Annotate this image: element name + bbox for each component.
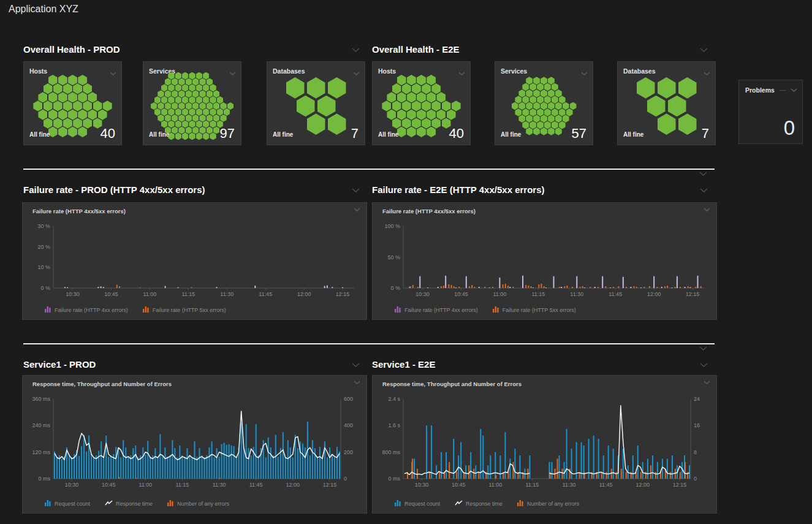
health-hexagon — [526, 115, 533, 123]
health-hexagon — [33, 101, 42, 111]
health-hexagon — [196, 108, 203, 116]
health-hexagon — [512, 102, 518, 110]
collapse-chevron-icon[interactable] — [699, 172, 707, 177]
svg-text:0 ms: 0 ms — [38, 476, 50, 482]
health-hexagon — [182, 84, 189, 91]
health-hexagon — [53, 83, 63, 94]
health-hexagon — [522, 121, 529, 129]
chart-tile-service1-prod[interactable]: Response time, Throughput and Number of … — [22, 375, 367, 514]
legend-item[interactable]: Response time — [105, 500, 153, 507]
health-hexagon — [427, 75, 436, 85]
health-tile-hosts-prod[interactable]: Hosts All fine 40 — [23, 61, 122, 145]
health-hexagon — [559, 121, 566, 129]
legend-label: Failure rate (HTTP 5xx errors) — [503, 307, 576, 313]
chevron-down-icon[interactable] — [352, 48, 360, 53]
health-hexagon — [559, 108, 566, 116]
health-hexagon — [522, 83, 529, 91]
section-title-service1-e2e: Service1 - E2E — [372, 359, 435, 370]
chevron-down-icon[interactable] — [704, 381, 710, 385]
svg-text:10:45: 10:45 — [102, 482, 116, 488]
chevron-down-icon[interactable] — [352, 363, 360, 368]
legend-item[interactable]: Failure rate (HTTP 5xx errors) — [493, 306, 576, 314]
chart-tile-service1-e2e[interactable]: Response time, Throughput and Number of … — [372, 375, 717, 514]
health-hexagon — [317, 96, 336, 117]
problems-tile[interactable]: Problems 0 — [738, 80, 803, 144]
svg-text:10:30: 10:30 — [65, 482, 79, 488]
chevron-down-icon[interactable] — [791, 88, 797, 93]
health-hexagon — [73, 101, 82, 111]
tile-label: Databases — [623, 67, 656, 75]
health-tile-services-prod[interactable]: Services All fine 97 — [143, 61, 241, 145]
chevron-down-icon[interactable] — [704, 208, 710, 212]
chevron-down-icon[interactable] — [352, 188, 360, 193]
problems-count: 0 — [784, 116, 795, 140]
health-hexagon — [157, 102, 164, 110]
health-hexagon — [412, 101, 421, 111]
chart-canvas[interactable]: 360 ms240 ms120 ms0 ms600400200010:3010:… — [26, 392, 363, 490]
health-hexagon — [161, 84, 168, 91]
health-hexagon — [178, 102, 185, 110]
chevron-down-icon[interactable] — [354, 381, 360, 385]
chevron-down-icon[interactable] — [354, 208, 360, 212]
chevron-down-icon[interactable] — [700, 363, 708, 368]
legend-item[interactable]: Request count — [395, 500, 440, 507]
health-hexagon — [566, 108, 573, 116]
health-hexagon — [637, 77, 655, 99]
health-hexagon — [526, 102, 533, 110]
svg-text:12:15: 12:15 — [323, 482, 337, 488]
health-hexagon — [417, 75, 426, 85]
svg-text:0 %: 0 % — [40, 285, 50, 291]
health-hexagon — [78, 92, 87, 102]
health-tile-services-e2e[interactable]: Services All fine 57 — [495, 61, 593, 145]
svg-text:200: 200 — [344, 449, 353, 455]
legend-item[interactable]: Response time — [455, 500, 503, 507]
health-hexagon — [559, 96, 566, 104]
health-hexagon — [168, 121, 175, 128]
svg-text:240 ms: 240 ms — [32, 422, 50, 428]
svg-text:10:45: 10:45 — [452, 482, 466, 488]
health-hexagon — [203, 72, 210, 80]
legend-label: Number of any errors — [177, 501, 229, 507]
line-icon — [455, 500, 463, 507]
health-hexagon — [422, 83, 431, 94]
health-hexagon — [58, 92, 67, 102]
health-hexagon — [647, 96, 666, 117]
chart-tile-failure-prod[interactable]: Failure rate (HTTP 4xx/5xx errors) 30 %2… — [22, 202, 367, 320]
legend-item[interactable]: Number of any errors — [517, 500, 579, 507]
health-hexagon — [44, 118, 53, 129]
collapse-chevron-icon[interactable] — [699, 346, 707, 351]
chart-canvas[interactable]: 2.4 s1.6 s800 ms0 ms24168010:3010:4511:0… — [376, 392, 713, 490]
chart-title: Failure rate (HTTP 4xx/5xx errors) — [382, 208, 476, 215]
svg-text:10:30: 10:30 — [415, 482, 429, 488]
health-tile-hosts-e2e[interactable]: Hosts All fine 40 — [372, 61, 471, 145]
health-hexagon — [189, 132, 195, 140]
chevron-down-icon[interactable] — [700, 48, 708, 53]
health-hexagon — [522, 96, 529, 104]
health-hexagon — [189, 96, 195, 104]
legend-item[interactable]: Failure rate (HTTP 4xx errors) — [395, 306, 478, 314]
health-hexagon — [189, 84, 195, 91]
health-hexagon — [182, 121, 189, 128]
chart-tile-failure-e2e[interactable]: Failure rate (HTTP 4xx/5xx errors) 100 %… — [372, 202, 717, 320]
health-hexagon — [541, 115, 547, 123]
health-hexagon — [38, 92, 47, 102]
chart-canvas[interactable]: 30 %20 %10 %0 %10:3010:4511:0011:1511:30… — [26, 219, 363, 299]
chart-canvas[interactable]: 100 %50 %0 %10:3010:4511:0011:1511:3011:… — [376, 219, 713, 299]
health-hexagon — [407, 109, 416, 120]
health-hexagon — [392, 83, 401, 94]
health-hexagon — [189, 121, 195, 128]
health-hexagon — [199, 78, 206, 86]
svg-text:12:00: 12:00 — [286, 482, 300, 488]
legend-item[interactable]: Failure rate (HTTP 5xx errors) — [143, 306, 226, 314]
legend-item[interactable]: Failure rate (HTTP 4xx errors) — [45, 306, 128, 314]
chevron-down-icon[interactable] — [700, 188, 708, 193]
health-hexagon — [220, 115, 227, 122]
legend-item[interactable]: Request count — [45, 500, 90, 507]
legend-item[interactable]: Number of any errors — [167, 500, 229, 507]
health-tile-databases-e2e[interactable]: Databases All fine 7 — [617, 61, 716, 145]
health-hexagon — [678, 77, 697, 99]
health-hexagon — [192, 90, 199, 97]
health-tile-databases-prod[interactable]: Databases All fine 7 — [267, 61, 365, 145]
health-hexagon — [103, 101, 112, 111]
health-hexagon — [93, 101, 102, 111]
